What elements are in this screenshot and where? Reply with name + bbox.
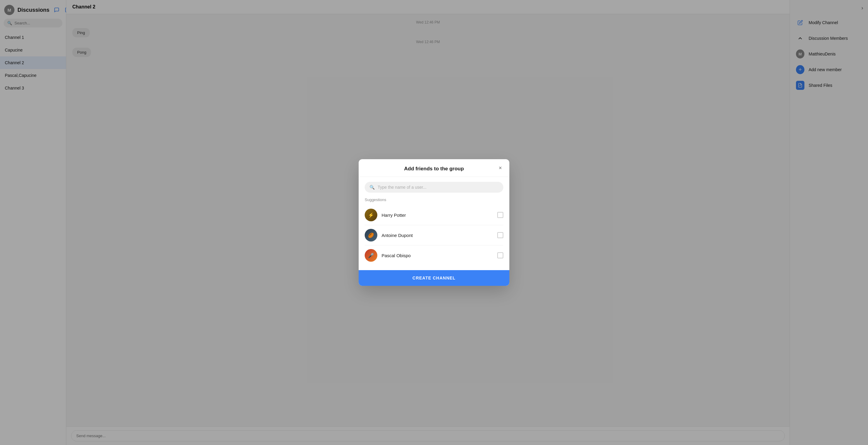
- suggestions-label: Suggestions: [365, 198, 503, 202]
- pascal-name: Pascal Obispo: [381, 253, 493, 258]
- antoine-name: Antoine Dupont: [381, 233, 493, 238]
- modal-search-icon: 🔍: [370, 185, 375, 190]
- modal-footer: CREATE CHANNEL: [359, 270, 509, 286]
- pascal-checkbox[interactable]: [497, 253, 503, 258]
- modal-body: 🔍 Suggestions ⚡ Harry Potter 🏉 Antoine D…: [359, 177, 509, 270]
- modal-search-input[interactable]: [378, 185, 498, 190]
- antoine-avatar: 🏉: [365, 229, 377, 241]
- harry-name: Harry Potter: [381, 212, 493, 218]
- modal-overlay[interactable]: Add friends to the group × 🔍 Suggestions…: [0, 0, 868, 445]
- harry-avatar: ⚡: [365, 209, 377, 221]
- antoine-checkbox[interactable]: [497, 232, 503, 238]
- modal-title: Add friends to the group: [404, 166, 464, 172]
- add-friends-modal: Add friends to the group × 🔍 Suggestions…: [359, 159, 509, 286]
- harry-checkbox[interactable]: [497, 212, 503, 218]
- pascal-avatar: 🎤: [365, 249, 377, 262]
- modal-header: Add friends to the group ×: [359, 159, 509, 177]
- user-row-harry: ⚡ Harry Potter: [365, 205, 503, 225]
- user-row-antoine: 🏉 Antoine Dupont: [365, 225, 503, 245]
- modal-search-box[interactable]: 🔍: [365, 182, 503, 192]
- user-row-pascal: 🎤 Pascal Obispo: [365, 245, 503, 265]
- create-channel-button[interactable]: CREATE CHANNEL: [359, 270, 509, 286]
- modal-close-button[interactable]: ×: [496, 164, 504, 172]
